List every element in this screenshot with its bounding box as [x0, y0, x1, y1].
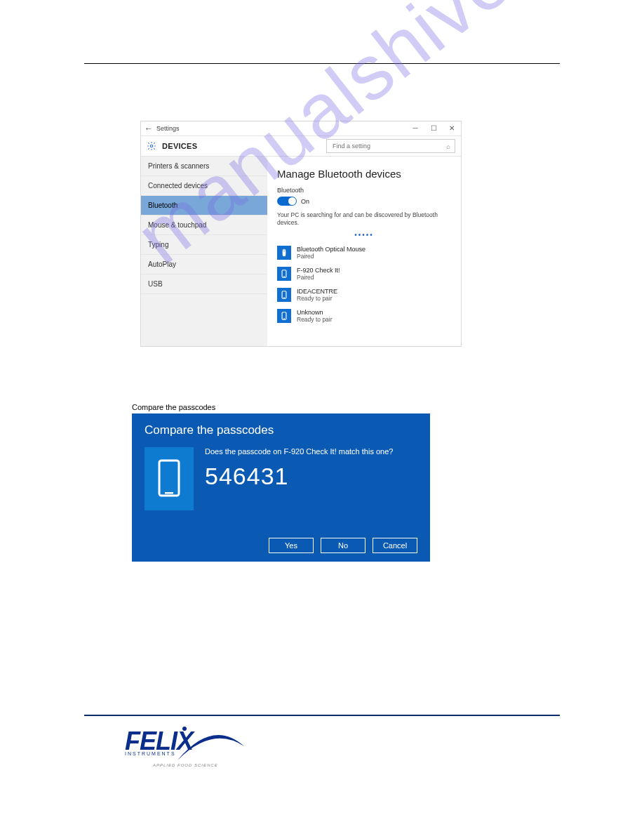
- cancel-button[interactable]: Cancel: [373, 538, 417, 553]
- device-status: Paired: [297, 274, 340, 281]
- content-panel: Manage Bluetooth devices Bluetooth On Yo…: [267, 157, 461, 347]
- phone-icon: [155, 459, 183, 498]
- device-icon: [277, 309, 291, 323]
- nav-panel: Printers & scannersConnected devicesBlue…: [141, 157, 267, 347]
- maximize-button[interactable]: ☐: [424, 121, 443, 135]
- device-icon: [277, 288, 291, 302]
- yes-button[interactable]: Yes: [269, 538, 314, 553]
- nav-item-printers-scanners[interactable]: Printers & scanners: [141, 157, 267, 176]
- bluetooth-toggle[interactable]: [277, 197, 297, 206]
- settings-header: DEVICES ⌕: [141, 136, 461, 157]
- header-title: DEVICES: [162, 142, 326, 150]
- device-name: Bluetooth Optical Mouse: [297, 246, 365, 253]
- nav-item-bluetooth[interactable]: Bluetooth: [141, 196, 267, 216]
- felix-logo: FELIX INSTRUMENTS APPLIED FOOD SCIENCE: [125, 730, 244, 767]
- nav-item-mouse-touchpad[interactable]: Mouse & touchpad: [141, 216, 267, 235]
- device-row[interactable]: IDEACENTREReady to pair: [277, 288, 451, 302]
- device-status: Ready to pair: [297, 316, 333, 323]
- search-box[interactable]: ⌕: [326, 139, 455, 153]
- device-icon: [277, 246, 291, 260]
- passcode-question: Does the passcode on F-920 Check It! mat…: [205, 447, 417, 456]
- device-name: F-920 Check It!: [297, 267, 340, 274]
- progress-dots: •••••: [277, 231, 451, 239]
- svg-rect-9: [159, 461, 179, 496]
- content-heading: Manage Bluetooth devices: [277, 168, 451, 180]
- passcode-dialog: Compare the passcodes Does the passcode …: [132, 413, 430, 562]
- device-status: Ready to pair: [297, 295, 337, 302]
- svg-point-0: [150, 145, 153, 147]
- discovery-status: Your PC is searching for and can be disc…: [277, 211, 451, 227]
- svg-rect-10: [165, 492, 173, 494]
- passcode-caption: Compare the passcodes: [132, 403, 215, 411]
- bluetooth-label: Bluetooth: [277, 187, 451, 194]
- nav-item-autoplay[interactable]: AutoPlay: [141, 255, 267, 274]
- device-name: Unknown: [297, 309, 333, 316]
- titlebar: ← Settings ─ ☐ ✕: [141, 121, 461, 136]
- device-icon: [277, 267, 291, 281]
- gear-icon: [147, 141, 156, 151]
- back-button[interactable]: ←: [141, 124, 156, 133]
- no-button[interactable]: No: [321, 538, 365, 553]
- search-icon: ⌕: [446, 143, 450, 150]
- nav-item-typing[interactable]: Typing: [141, 235, 267, 255]
- device-name: IDEACENTRE: [297, 288, 337, 295]
- phone-tile: [145, 447, 194, 510]
- svg-point-11: [182, 727, 187, 731]
- top-rule: [84, 63, 560, 64]
- toggle-state-label: On: [301, 198, 309, 205]
- search-input[interactable]: [331, 142, 446, 150]
- logo-swoosh-icon: [174, 722, 251, 771]
- device-status: Paired: [297, 253, 365, 260]
- settings-window: ← Settings ─ ☐ ✕ DEVICES ⌕ Printers &: [140, 121, 462, 347]
- minimize-button[interactable]: ─: [406, 121, 424, 135]
- device-row[interactable]: F-920 Check It!Paired: [277, 267, 451, 281]
- device-row[interactable]: Bluetooth Optical MousePaired: [277, 246, 451, 260]
- close-button[interactable]: ✕: [443, 121, 461, 135]
- device-list: Bluetooth Optical MousePairedF-920 Check…: [277, 246, 451, 323]
- passcode-code: 546431: [205, 463, 417, 490]
- nav-item-usb[interactable]: USB: [141, 274, 267, 294]
- device-row[interactable]: UnknownReady to pair: [277, 309, 451, 323]
- nav-item-connected-devices[interactable]: Connected devices: [141, 176, 267, 196]
- window-title: Settings: [156, 125, 406, 132]
- passcode-title: Compare the passcodes: [145, 423, 417, 437]
- bottom-rule: [84, 715, 560, 716]
